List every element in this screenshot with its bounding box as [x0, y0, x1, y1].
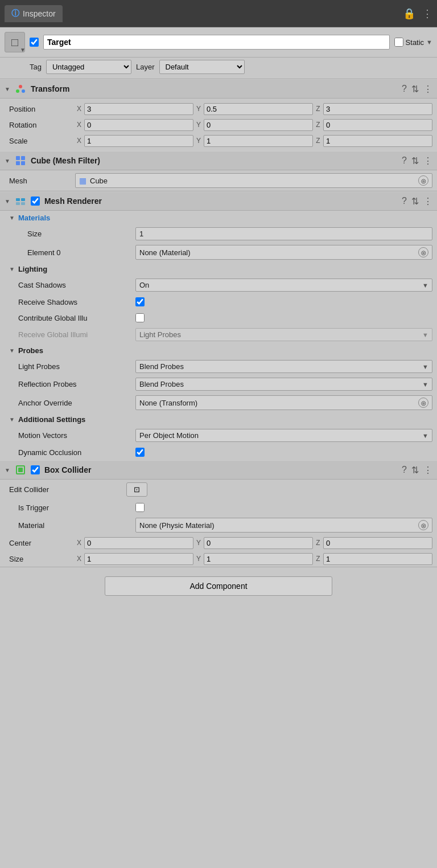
anchor-override-value: None (Transform) — [139, 399, 197, 407]
box-collider-help-icon[interactable]: ? — [402, 465, 407, 475]
cast-shadows-dropdown[interactable]: On ▼ — [135, 279, 432, 292]
lighting-header[interactable]: ▼ Lighting — [0, 262, 437, 276]
materials-header[interactable]: ▼ Materials — [0, 211, 437, 225]
position-z-input[interactable] — [323, 103, 432, 115]
scale-y-label: Y — [195, 137, 203, 145]
mesh-filter-help-icon[interactable]: ? — [402, 155, 407, 166]
box-collider-settings-icon[interactable]: ⇅ — [411, 465, 419, 476]
mesh-renderer-icon — [15, 195, 26, 207]
transform-settings-icon[interactable]: ⇅ — [411, 84, 419, 95]
position-row: Position X Y Z — [0, 101, 437, 117]
csize-y-input[interactable] — [204, 553, 313, 565]
position-y-input[interactable] — [204, 103, 313, 115]
mesh-filter-section-header[interactable]: ▼ Cube (Mesh Filter) ? ⇅ ⋮ — [0, 151, 437, 170]
svg-rect-5 — [16, 161, 20, 165]
rotation-x-input[interactable] — [84, 119, 193, 131]
edit-collider-button[interactable]: ⊡ — [126, 482, 147, 497]
position-label: Position — [9, 105, 72, 113]
box-collider-section-header[interactable]: ▼ Box Collider ? ⇅ ⋮ — [0, 460, 437, 480]
element0-field: None (Material) ◎ — [135, 245, 432, 260]
cast-shadows-arrow: ▼ — [422, 282, 428, 289]
tag-select[interactable]: Untagged — [46, 60, 131, 74]
box-collider-icon — [15, 464, 26, 476]
svg-point-1 — [16, 89, 19, 93]
collider-center-row: Center X Y Z — [0, 535, 437, 551]
anchor-override-row: Anchor Override None (Transform) ◎ — [0, 393, 437, 412]
motion-vectors-dropdown[interactable]: Per Object Motion ▼ — [135, 429, 432, 442]
transform-help-icon[interactable]: ? — [402, 84, 407, 94]
anchor-override-select-icon[interactable]: ◎ — [418, 398, 428, 408]
transform-icon — [15, 83, 26, 95]
box-collider-collapse-arrow[interactable]: ▼ — [5, 467, 10, 473]
materials-size-field[interactable]: 1 — [135, 227, 432, 240]
collider-material-field: None (Physic Material) ◎ — [135, 518, 432, 533]
mesh-renderer-section-header[interactable]: ▼ Mesh Renderer ? ⇅ ⋮ — [0, 191, 437, 211]
static-checkbox[interactable] — [394, 38, 403, 47]
cast-shadows-value: On — [139, 281, 149, 289]
motion-vectors-value: Per Object Motion — [139, 431, 199, 440]
position-xyz: X Y Z — [75, 103, 432, 115]
center-y-input[interactable] — [204, 537, 313, 549]
receive-shadows-checkbox[interactable] — [135, 297, 145, 306]
inspector-tab[interactable]: ⓘ Inspector — [5, 5, 63, 22]
lighting-arrow[interactable]: ▼ — [9, 266, 15, 272]
reflection-probes-dropdown[interactable]: Blend Probes ▼ — [135, 378, 432, 391]
csize-z-input[interactable] — [323, 553, 432, 565]
element0-select-icon[interactable]: ◎ — [418, 247, 428, 257]
receive-gi-dropdown[interactable]: Light Probes ▼ — [135, 328, 432, 341]
object-active-checkbox[interactable] — [30, 38, 39, 47]
materials-arrow[interactable]: ▼ — [9, 215, 15, 221]
scale-z-input[interactable] — [323, 135, 432, 147]
rotation-y-input[interactable] — [204, 119, 313, 131]
collider-size-xyz: X Y Z — [75, 553, 432, 565]
mesh-select-icon[interactable]: ◎ — [418, 175, 428, 186]
pos-z-label: Z — [314, 105, 322, 113]
collider-material-select-icon[interactable]: ◎ — [418, 520, 428, 530]
dynamic-occlusion-checkbox[interactable] — [135, 448, 145, 457]
position-x-input[interactable] — [84, 103, 193, 115]
inspector-tab-label: Inspector — [23, 9, 56, 18]
box-collider-enabled-checkbox[interactable] — [31, 465, 40, 474]
mesh-renderer-help-icon[interactable]: ? — [402, 196, 407, 206]
center-x-input[interactable] — [84, 537, 193, 549]
probes-subsection: ▼ Probes Light Probes Blend Probes ▼ Ref… — [0, 343, 437, 412]
transform-section-header[interactable]: ▼ Transform ? ⇅ ⋮ — [0, 79, 437, 99]
layer-select[interactable]: Default — [159, 60, 245, 74]
materials-label: Materials — [18, 214, 50, 222]
center-z-input[interactable] — [323, 537, 432, 549]
motion-vectors-arrow: ▼ — [422, 432, 428, 439]
mesh-filter-settings-icon[interactable]: ⇅ — [411, 155, 419, 166]
pos-y-label: Y — [195, 105, 203, 113]
scale-x-input[interactable] — [84, 135, 193, 147]
additional-arrow[interactable]: ▼ — [9, 416, 15, 423]
rotation-label: Rotation — [9, 121, 72, 129]
static-dropdown-arrow[interactable]: ▼ — [426, 39, 432, 46]
rotation-z-input[interactable] — [323, 119, 432, 131]
rot-z-label: Z — [314, 121, 322, 129]
probes-label: Probes — [18, 346, 43, 355]
csize-x-input[interactable] — [84, 553, 193, 565]
mesh-filter-more-icon[interactable]: ⋮ — [423, 155, 432, 166]
object-name-input[interactable] — [43, 35, 390, 50]
is-trigger-label: Is Trigger — [18, 503, 132, 512]
mesh-renderer-enabled-checkbox[interactable] — [31, 196, 40, 206]
light-probes-dropdown[interactable]: Blend Probes ▼ — [135, 360, 432, 373]
mesh-renderer-collapse-arrow[interactable]: ▼ — [5, 198, 10, 204]
is-trigger-checkbox[interactable] — [135, 503, 145, 512]
box-collider-more-icon[interactable]: ⋮ — [423, 465, 432, 476]
additional-header[interactable]: ▼ Additional Settings — [0, 412, 437, 427]
contribute-gi-checkbox[interactable] — [135, 313, 145, 322]
transform-more-icon[interactable]: ⋮ — [423, 84, 432, 95]
mesh-filter-collapse-arrow[interactable]: ▼ — [5, 158, 10, 164]
add-component-button[interactable]: Add Component — [105, 576, 332, 596]
probes-header[interactable]: ▼ Probes — [0, 343, 437, 358]
scale-y-input[interactable] — [204, 135, 313, 147]
more-menu-icon[interactable]: ⋮ — [422, 7, 432, 20]
lock-icon[interactable]: 🔒 — [403, 7, 415, 20]
probes-arrow[interactable]: ▼ — [9, 347, 15, 354]
mesh-renderer-more-icon[interactable]: ⋮ — [423, 196, 432, 207]
mesh-renderer-title: Mesh Renderer — [44, 196, 397, 206]
mesh-renderer-settings-icon[interactable]: ⇅ — [411, 196, 419, 207]
svg-rect-7 — [16, 198, 20, 201]
transform-collapse-arrow[interactable]: ▼ — [5, 86, 10, 92]
